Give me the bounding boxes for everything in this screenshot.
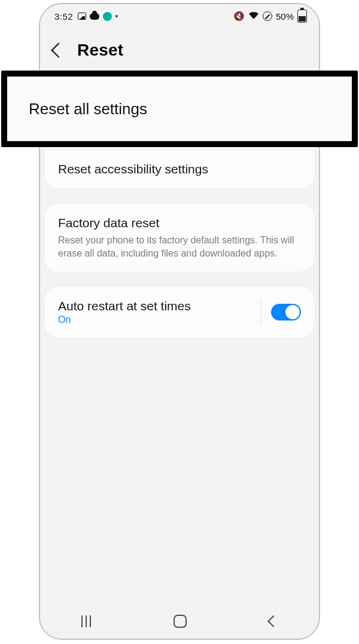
row-state: On	[58, 315, 256, 325]
status-left-icons	[78, 12, 118, 21]
nav-home-icon[interactable]	[174, 615, 187, 628]
back-icon[interactable]	[51, 42, 66, 57]
row-subtext: Reset your phone to its factory default …	[58, 234, 301, 260]
mute-icon: 🔇	[233, 11, 245, 22]
nav-recents-icon[interactable]	[81, 615, 91, 627]
row-reset-accessibility[interactable]: Reset accessibility settings	[45, 149, 314, 188]
page-title: Reset	[77, 41, 123, 60]
system-nav-bar	[40, 606, 319, 639]
row-body: Auto restart at set times On	[58, 299, 256, 325]
overlay-label: Reset all settings	[29, 100, 147, 118]
highlight-overlay: Reset all settings	[1, 71, 358, 147]
row-label: Factory data reset	[58, 216, 301, 230]
status-time: 3:52	[54, 11, 73, 22]
status-right: 🔇 50%	[233, 10, 307, 23]
toggle-knob	[285, 305, 300, 319]
row-auto-restart[interactable]: Auto restart at set times On	[45, 287, 314, 337]
toggle-wrap	[256, 300, 301, 324]
row-label: Reset accessibility settings	[58, 162, 208, 176]
more-notif-icon	[115, 15, 118, 17]
cloud-icon	[90, 13, 99, 20]
teal-app-icon	[103, 12, 112, 21]
gallery-icon	[78, 13, 86, 20]
row-label: Auto restart at set times	[58, 299, 256, 313]
battery-icon	[297, 10, 307, 23]
auto-restart-card: Auto restart at set times On	[45, 287, 314, 337]
factory-reset-card[interactable]: Factory data reset Reset your phone to i…	[45, 204, 314, 271]
wifi-icon	[248, 11, 259, 22]
row-factory-reset[interactable]: Factory data reset Reset your phone to i…	[45, 204, 314, 271]
page-header: Reset	[40, 28, 319, 72]
no-sim-icon	[263, 11, 272, 21]
battery-text: 50%	[276, 11, 294, 22]
status-bar: 3:52 🔇 50%	[40, 4, 319, 28]
nav-back-icon[interactable]	[267, 615, 279, 627]
row-reset-all-highlight[interactable]: Reset all settings	[7, 77, 352, 141]
auto-restart-toggle[interactable]	[271, 304, 301, 321]
toggle-separator	[261, 300, 261, 324]
